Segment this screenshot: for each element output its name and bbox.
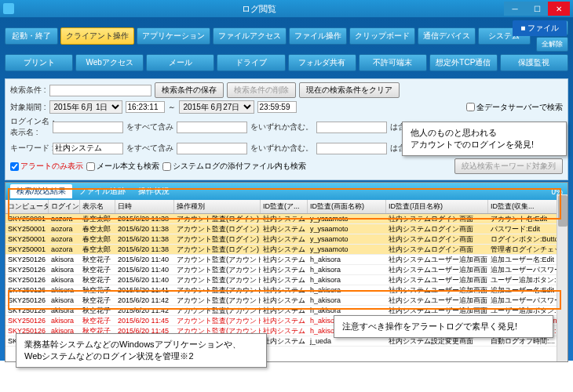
login-label: ログイン名・表示名 :: [10, 116, 49, 138]
select-toggle-button[interactable]: 全解除: [536, 37, 568, 52]
category-tab[interactable]: 通信デバイス: [418, 27, 476, 45]
category-tab[interactable]: 保護監視: [500, 54, 568, 71]
column-header[interactable]: ID監査(項目名称): [386, 200, 488, 213]
table-row[interactable]: SKY250001aozora春空太郎2015/6/20 11:38アカウント監…: [5, 234, 568, 245]
login-all-input[interactable]: [53, 122, 123, 133]
category-tab[interactable]: ファイル操作: [289, 27, 347, 45]
table-row[interactable]: SKY250126akisora秋空花子2015/6/20 11:41アカウント…: [5, 285, 568, 296]
category-tab[interactable]: 起動・終了: [5, 27, 58, 45]
delete-search-button[interactable]: 検索条件の削除: [227, 82, 296, 98]
all-server-check[interactable]: 全データサーバーで検索: [466, 102, 563, 113]
category-tab[interactable]: プリント: [5, 54, 73, 71]
category-tab[interactable]: ドライブ: [217, 54, 285, 71]
column-header[interactable]: ID監査(画面名称): [308, 200, 386, 213]
syslog-check[interactable]: システムログの添付ファイル内も検索: [162, 161, 306, 172]
category-tab[interactable]: アプリケーション: [137, 27, 210, 45]
keyword-all-input[interactable]: [53, 143, 123, 154]
app-window: ログ閲覧 ─ ☐ ✕ ■ ファイル 起動・終了クライアント操作アプリケーションフ…: [0, 0, 573, 361]
toolbar: 起動・終了クライアント操作アプリケーションファイルアクセスファイル操作クリップボ…: [0, 17, 573, 77]
alert-only-check[interactable]: アラートのみ表示: [10, 161, 83, 172]
file-track-tab[interactable]: ファイル追跡: [72, 184, 132, 198]
table-row[interactable]: SKY250126akisora秋空花子2015/6/20 11:40アカウント…: [5, 255, 568, 265]
table-row[interactable]: SKY250126akisora秋空花子2015/6/20 11:42アカウント…: [5, 296, 568, 306]
keyword-label: キーワード :: [10, 143, 49, 154]
column-header[interactable]: ログイン名: [49, 200, 80, 213]
login-not-input[interactable]: [316, 122, 387, 133]
maximize-button[interactable]: ☐: [526, 2, 548, 16]
clear-search-button[interactable]: 現在の検索条件をクリア: [299, 82, 400, 98]
table-row[interactable]: SKY250001aozora春空太郎2015/6/20 11:38アカウント監…: [5, 245, 568, 255]
keyword-not-input[interactable]: [316, 143, 387, 154]
column-header[interactable]: ID監査(収集...: [488, 200, 567, 213]
table-row[interactable]: SKY250126akisora秋空花子2015/6/20 11:40アカウント…: [5, 265, 568, 275]
category-tab[interactable]: クライアント操作: [60, 27, 134, 45]
time-from[interactable]: [126, 101, 165, 113]
window-title: ログ閲覧: [14, 3, 504, 15]
narrow-button[interactable]: 絞込検索キーワード対象列: [454, 158, 563, 174]
close-button[interactable]: ✕: [548, 2, 570, 16]
table-row[interactable]: SKY250001aozora春空太郎2015/6/20 11:38アカウント監…: [5, 214, 568, 224]
app-icon: [3, 3, 14, 14]
date-from[interactable]: 2015年 6月 1日: [49, 100, 122, 114]
category-tab[interactable]: ファイルアクセス: [213, 27, 286, 45]
column-header[interactable]: 操作種別: [174, 200, 261, 213]
op-status-tab[interactable]: 操作状況: [132, 184, 176, 198]
callout-b: 注意すべき操作をアラートログで素早く発見!: [334, 315, 553, 338]
category-tab[interactable]: 想定外TCP通信: [429, 54, 498, 71]
saved-search-select[interactable]: [49, 85, 151, 96]
titlebar: ログ閲覧 ─ ☐ ✕: [0, 0, 573, 17]
date-to[interactable]: 2015年 6月27日: [179, 100, 254, 114]
vertical-scrollbar[interactable]: [557, 194, 568, 361]
column-header[interactable]: ID監査(ア...: [261, 200, 308, 213]
callout-a: 他人のものと思われる アカウントでのログインを発見!: [402, 122, 567, 156]
column-header[interactable]: 日時: [115, 200, 174, 213]
callout-c: 業務基幹システムなどのWindowsアプリケーションや、 Webシステムなどのロ…: [16, 333, 267, 368]
keyword-any-input[interactable]: [177, 143, 247, 154]
login-any-input[interactable]: [177, 122, 247, 133]
category-tab[interactable]: Webアクセス: [75, 54, 144, 71]
save-search-button[interactable]: 検索条件の保存: [155, 82, 224, 98]
category-tab[interactable]: クリップボード: [349, 27, 415, 45]
file-menu-tab[interactable]: ■ ファイル: [513, 20, 567, 36]
category-tab[interactable]: メール: [146, 54, 214, 71]
results-tab[interactable]: 検索/絞込結果: [10, 184, 72, 198]
search-header: 検索条件 :: [10, 85, 46, 96]
minimize-button[interactable]: ─: [504, 2, 526, 16]
mail-body-check[interactable]: メール本文も検索: [86, 161, 159, 172]
table-row[interactable]: SKY250001aozora春空太郎2015/6/20 11:38アカウント監…: [5, 224, 568, 234]
category-tab[interactable]: フォルダ共有: [288, 54, 356, 71]
time-to[interactable]: [257, 101, 297, 113]
table-row[interactable]: SKY250126akisora秋空花子2015/6/20 11:40アカウント…: [5, 275, 568, 285]
category-tab[interactable]: 不許可端末: [359, 54, 427, 71]
column-header[interactable]: 表示名: [80, 200, 115, 213]
column-header[interactable]: コンピューター名: [5, 200, 49, 213]
period-label: 対象期間 :: [10, 102, 46, 113]
